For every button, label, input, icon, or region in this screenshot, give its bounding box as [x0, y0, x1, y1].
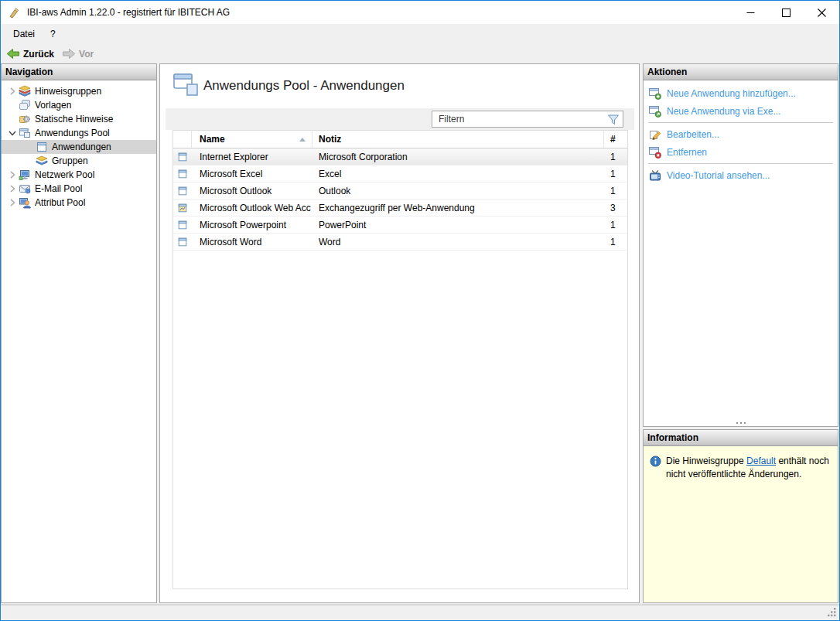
- application-icon: [173, 217, 192, 233]
- cell-notiz: PowerPoint: [312, 217, 604, 233]
- maximize-icon: [782, 9, 790, 17]
- templates-icon: [19, 99, 31, 111]
- actions-separator: [648, 163, 833, 164]
- navigation-header: Navigation: [2, 64, 156, 80]
- application-icon: [173, 234, 192, 250]
- cell-name: Microsoft Word: [192, 234, 312, 250]
- nav-item-label: E-Mail Pool: [35, 183, 82, 194]
- information-body: Die Hinweisgruppe Default enthält noch n…: [644, 446, 838, 487]
- attribute-pool-icon: [19, 196, 31, 209]
- information-message: Die Hinweisgruppe Default enthält noch n…: [666, 455, 831, 481]
- info-text-before: Die Hinweisgruppe: [666, 456, 746, 466]
- resize-grip[interactable]: [827, 607, 837, 617]
- back-button[interactable]: Zurück: [5, 47, 60, 60]
- nav-item-label: Vorlagen: [35, 100, 71, 111]
- cell-count: 1: [604, 183, 627, 199]
- actions-list: Neue Anwendung hinzufügen... Neue Anwend…: [644, 80, 838, 184]
- cell-name: Microsoft Excel: [192, 165, 312, 182]
- action-remove[interactable]: Entfernen: [644, 143, 838, 161]
- remove-icon: [649, 146, 661, 159]
- nav-item-hinweisgruppen[interactable]: Hinweisgruppen: [2, 84, 156, 98]
- table-row[interactable]: Microsoft Outlook Web Acc Exchangezugrif…: [173, 200, 627, 217]
- static-notices-icon: [19, 113, 31, 125]
- app-window: IBI-aws Admin 1.22.0 - registriert für I…: [0, 0, 840, 621]
- nav-item-label: Anwendungen: [52, 142, 111, 152]
- add-application-icon: [649, 87, 661, 100]
- menu-datei[interactable]: Datei: [5, 26, 43, 42]
- action-add-application[interactable]: Neue Anwendung hinzufügen...: [644, 84, 838, 102]
- window-title: IBI-aws Admin 1.22.0 - registriert für I…: [27, 7, 230, 18]
- nav-item-anwendungen[interactable]: Anwendungen: [2, 140, 156, 154]
- cell-count: 1: [604, 165, 627, 182]
- table-row[interactable]: Microsoft Powerpoint PowerPoint 1: [173, 217, 627, 234]
- action-label: Entfernen: [667, 147, 707, 158]
- applications-table: Name Notiz # Internet Explorer Microsoft…: [172, 130, 628, 589]
- page-title: Anwendungs Pool - Anwendungen: [203, 78, 405, 94]
- email-pool-icon: [19, 183, 31, 195]
- title-bar: IBI-aws Admin 1.22.0 - registriert für I…: [1, 1, 839, 24]
- app-icon: [8, 6, 21, 19]
- menu-help[interactable]: ?: [43, 26, 63, 42]
- add-application-exe-icon: [649, 105, 661, 118]
- back-label: Zurück: [23, 49, 54, 60]
- column-header-name[interactable]: Name: [192, 131, 312, 148]
- action-label: Neue Anwendung via Exe...: [667, 106, 780, 117]
- back-icon: [6, 48, 20, 60]
- nav-item-attribut-pool[interactable]: Attribut Pool: [2, 196, 156, 210]
- cell-name: Internet Explorer: [192, 148, 312, 165]
- table-row[interactable]: Microsoft Outlook Outlook 1: [173, 183, 627, 200]
- action-add-application-via-exe[interactable]: Neue Anwendung via Exe...: [644, 102, 838, 120]
- application-pool-icon: [19, 127, 31, 139]
- right-panel: Aktionen Neue Anwendung hinzufügen...: [643, 63, 838, 603]
- column-header-notiz[interactable]: Notiz: [312, 131, 604, 148]
- cell-count: 1: [604, 234, 627, 250]
- table-row[interactable]: Internet Explorer Microsoft Corporation …: [173, 148, 627, 165]
- panel-splitter-handle[interactable]: [729, 421, 753, 425]
- cell-count: 1: [604, 148, 627, 165]
- nav-item-anwendungs-pool[interactable]: Anwendungs Pool: [2, 126, 156, 140]
- chevron-right-icon[interactable]: [6, 169, 19, 181]
- column-header-count[interactable]: #: [604, 131, 627, 148]
- cell-notiz: Exchangezugriff per Web-Anwendung: [312, 200, 604, 216]
- application-pool-header-icon: [172, 72, 200, 98]
- forward-label: Vor: [79, 49, 94, 60]
- action-label: Video-Tutorial ansehen...: [667, 170, 770, 181]
- nav-item-gruppen[interactable]: Gruppen: [2, 154, 156, 168]
- filter-funnel-button[interactable]: [604, 111, 623, 127]
- information-header: Information: [644, 430, 838, 446]
- forward-icon: [62, 48, 76, 60]
- default-group-link[interactable]: Default: [746, 456, 776, 466]
- close-icon: [818, 9, 826, 17]
- menu-bar: Datei ?: [1, 24, 839, 44]
- application-icon: [173, 183, 192, 199]
- info-icon: [650, 456, 661, 467]
- filter-input[interactable]: [432, 114, 604, 125]
- nav-item-statische-hinweise[interactable]: Statische Hinweise: [2, 112, 156, 126]
- cell-name: Microsoft Outlook Web Acc: [192, 200, 312, 216]
- chevron-right-icon[interactable]: [6, 196, 19, 209]
- nav-item-label: Attribut Pool: [35, 197, 85, 208]
- chevron-right-icon[interactable]: [6, 183, 19, 195]
- table-row[interactable]: Microsoft Word Word 1: [173, 234, 627, 251]
- application-icon: [173, 148, 192, 165]
- close-button[interactable]: [804, 1, 839, 24]
- expander-spacer: [6, 99, 19, 111]
- table-row[interactable]: Microsoft Excel Excel 1: [173, 165, 627, 183]
- forward-button[interactable]: Vor: [60, 47, 100, 60]
- chevron-right-icon[interactable]: [6, 85, 19, 97]
- cell-name: Microsoft Outlook: [192, 183, 312, 199]
- nav-item-vorlagen[interactable]: Vorlagen: [2, 98, 156, 112]
- action-label: Bearbeiten...: [667, 129, 719, 140]
- action-video-tutorial[interactable]: Video-Tutorial ansehen...: [644, 166, 838, 184]
- chevron-down-icon[interactable]: [6, 127, 19, 139]
- column-header-icon[interactable]: [173, 131, 192, 148]
- maximize-button[interactable]: [768, 1, 804, 24]
- nav-item-label: Anwendungs Pool: [35, 128, 110, 138]
- nav-item-netzwerk-pool[interactable]: Netzwerk Pool: [2, 168, 156, 182]
- minimize-button[interactable]: [732, 1, 768, 24]
- action-edit[interactable]: Bearbeiten...: [644, 125, 838, 143]
- cell-notiz: Outlook: [312, 183, 604, 199]
- nav-item-email-pool[interactable]: E-Mail Pool: [2, 182, 156, 196]
- cell-count: 1: [604, 217, 627, 233]
- cell-notiz: Word: [312, 234, 604, 250]
